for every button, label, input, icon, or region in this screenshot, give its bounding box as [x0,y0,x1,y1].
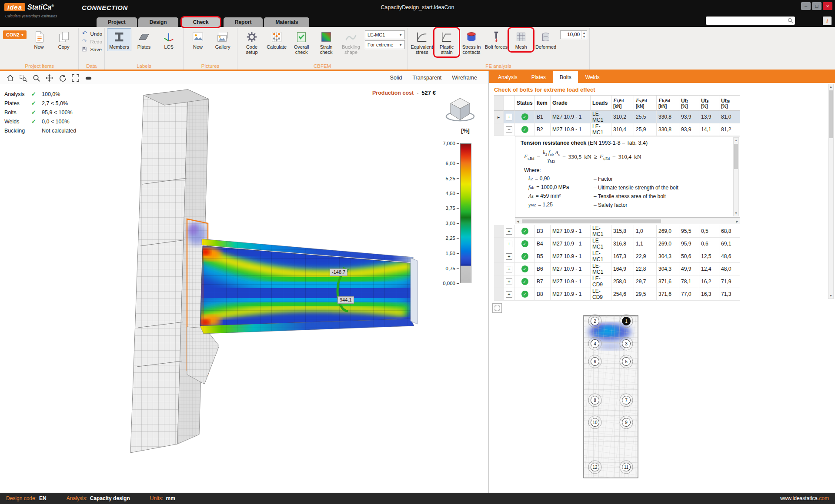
lcs-toggle[interactable]: LCS [157,28,181,51]
detail-scrollbar[interactable]: ▲▼ [733,137,739,216]
bolt-marker[interactable]: 5 [622,357,631,366]
row-expander[interactable]: + [506,241,512,247]
ribbon-group-pictures: New Gallery Pictures [184,28,237,70]
bolt-marker[interactable]: 7 [622,396,631,405]
search-icon[interactable] [788,18,793,23]
bolt-row[interactable]: − B2 M27 10.9 - 1 LE-MC1 310,4 25,9 330,… [494,123,740,136]
app-window: idea StatiCa® Calculate yesterday's esti… [0,0,835,504]
where-row: As= 459 mm² – Tensile stress area of the… [528,192,730,201]
extreme-select[interactable]: For extreme▼ [365,40,405,49]
plates-toggle[interactable]: Plates [132,28,156,51]
bolt-marker[interactable]: 12 [591,463,599,471]
maximize-button[interactable]: □ [812,2,822,10]
legend-tick: 0,75 [446,266,459,271]
results-tab[interactable]: Bolts [553,71,578,83]
bolt-marker[interactable]: 8 [591,396,599,405]
view-mode-button[interactable]: Transparent [412,75,441,81]
close-button[interactable]: × [823,2,832,10]
bolt-marker[interactable]: 3 [622,339,631,348]
spinner-up-icon[interactable]: ▲ [581,31,587,35]
vertical-scrollbar[interactable]: ▲▼ [828,84,834,299]
main-tab[interactable]: Report [224,17,263,27]
main-tab[interactable]: Check [182,17,220,27]
minimize-button[interactable]: – [801,2,811,10]
zoom-button[interactable] [30,73,42,83]
info-button[interactable]: i [823,17,832,25]
bolt-marker[interactable]: 4 [591,339,599,348]
bolt-marker[interactable]: 1 [622,317,631,325]
results-tab[interactable]: Analysis [491,71,524,83]
bolt-row[interactable]: + B6 M27 10.9 - 1 LE-MC1 164,9 22,8 304,… [494,263,740,275]
gallery-button[interactable]: Gallery [210,28,235,51]
row-expander[interactable]: + [506,253,512,260]
pan-button[interactable] [43,73,55,83]
row-expander[interactable]: + [506,114,512,120]
zoom-fit-button[interactable] [70,73,81,83]
row-expander[interactable]: + [506,266,512,272]
legend-tick: 0,000 [443,281,459,286]
paint-results-button[interactable] [83,73,94,83]
units-status: Units:mm [150,495,175,501]
row-expander[interactable]: + [506,279,512,285]
undo-button[interactable]: ↶Undo [81,30,103,37]
load-case-select[interactable]: LE-MC1▼ [365,30,405,39]
members-toggle[interactable]: Members [107,28,131,51]
legend-tick: 4,50 [446,191,459,196]
rotate-button[interactable] [57,73,68,83]
save-button[interactable]: Save [81,46,102,53]
gallery-icon [216,30,229,43]
overall-check-button[interactable]: Overall check [289,28,314,56]
horizontal-scrollbar[interactable]: ◀ ▶ [515,219,740,224]
deformed-button[interactable]: Deformed [534,28,558,51]
website-link[interactable]: www.ideastatica.com [780,495,829,501]
bolt-row[interactable]: + B7 M27 10.9 - 1 LE-CD9 258,0 29,7 371,… [494,275,740,288]
row-expander[interactable]: − [506,126,512,133]
navigation-cube[interactable] [443,94,478,125]
calculate-button[interactable]: Calculate [264,28,289,51]
main-tab[interactable]: Project [97,17,137,27]
stress-in-contacts-button[interactable]: Stress in contacts [459,28,484,56]
bolt-row[interactable]: ▸ + B1 M27 10.9 - 1 LE-MC1 310,2 25,5 33… [494,111,740,123]
bolt-row[interactable]: + B4 M27 10.9 - 1 LE-MC1 316,8 1,1 269,0… [494,238,740,250]
deformed-scale-stepper[interactable]: 10,00 ▲▼ [560,30,587,39]
bolt-marker[interactable]: 9 [622,418,631,427]
check-ok-icon: ✓ [31,109,42,116]
bolt-marker[interactable]: 2 [591,317,599,325]
plastic-strain-button[interactable]: Plastic strain [434,28,459,56]
strain-check-button[interactable]: Strain check [314,28,338,56]
model-canvas[interactable]: Analysis ✓ 100,0% Plates ✓ 2,7 < 5,0% Bo… [0,84,488,493]
row-expander[interactable]: + [506,228,512,235]
status-ok-icon [521,228,528,235]
copy-item-button[interactable]: Copy [52,28,76,51]
view-mode-button[interactable]: Solid [390,75,402,81]
bolt-marker[interactable]: 6 [591,357,599,366]
view-mode-button[interactable]: Wireframe [452,75,477,81]
new-item-button[interactable]: New [27,28,51,51]
results-tab[interactable]: Welds [579,71,606,83]
logo-statica-text: StatiCa® [27,3,54,11]
redo-button[interactable]: ↷Redo [81,38,103,45]
bolt-forces-button[interactable]: Bolt forces [484,28,508,51]
bolt-row[interactable]: + B8 M27 10.9 - 1 LE-CD9 254,6 29,5 371,… [494,288,740,301]
equivalent-stress-button[interactable]: Equivalent stress [410,28,434,56]
main-tab[interactable]: Design [138,17,178,27]
bolt-row[interactable]: + B3 M27 10.9 - 1 LE-MC1 315,8 1,0 269,0… [494,225,740,238]
expand-view-button[interactable] [492,303,502,313]
row-expander[interactable]: + [506,291,512,298]
new-picture-button[interactable]: New [186,28,210,51]
code-setup-button[interactable]: Code setup [240,28,264,56]
con2-dropdown[interactable]: CON2▾ [3,30,27,39]
spinner-down-icon[interactable]: ▼ [581,35,587,39]
home-view-button[interactable] [4,73,16,83]
fe-model-3d[interactable] [0,84,488,493]
zoom-window-button[interactable] [17,73,29,83]
main-tab[interactable]: Materials [264,17,309,27]
bolt-marker[interactable]: 11 [622,463,631,471]
selected-row-chevron-icon: ▸ [498,115,500,119]
search-input[interactable] [708,18,788,23]
bolt-marker[interactable]: 10 [591,418,599,427]
buckling-shape-button[interactable]: Buckling shape [339,28,363,56]
results-tab[interactable]: Plates [525,71,552,83]
bolt-row[interactable]: + B5 M27 10.9 - 1 LE-MC1 167,3 22,9 304,… [494,250,740,263]
mesh-button[interactable]: Mesh [509,28,533,51]
